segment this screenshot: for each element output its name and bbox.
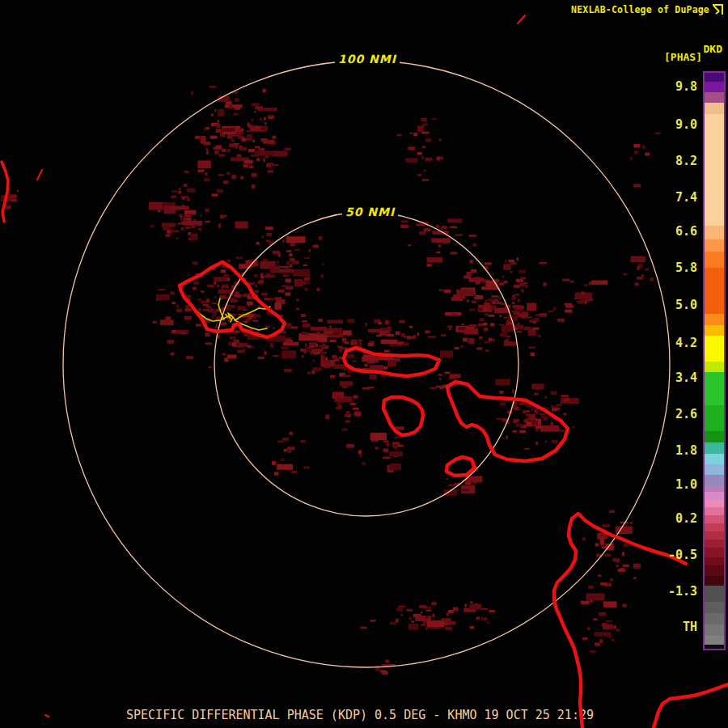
echo-speckle: [264, 298, 270, 300]
echo-speckle: [467, 299, 468, 302]
echo-speckle: [236, 129, 242, 133]
echo-speckle: [427, 257, 443, 263]
echo-speckle: [218, 174, 224, 176]
echo-speckle: [624, 273, 628, 275]
echo-speckle: [484, 303, 490, 306]
echo-speckle: [307, 372, 311, 375]
colorbar-label: 0.2: [641, 511, 697, 526]
echo-speckle: [527, 303, 536, 311]
echo-speckle: [302, 355, 303, 358]
echo-speckle: [517, 331, 522, 332]
echo-speckle: [417, 332, 419, 336]
echo-speckle: [165, 316, 171, 320]
echo-speckle: [227, 354, 237, 358]
echo-speckle: [252, 184, 256, 188]
echo-speckle: [273, 136, 276, 139]
echo-speckle: [383, 449, 389, 452]
echo-speckle: [268, 170, 273, 172]
echo-speckle: [345, 421, 350, 423]
echo-speckle: [222, 149, 226, 152]
echo-speckle: [517, 306, 525, 309]
echo-speckle: [387, 360, 396, 366]
echo-speckle: [526, 405, 532, 407]
echo-speckle: [162, 222, 176, 226]
echo-speckle: [224, 274, 229, 276]
echo-speckle: [506, 435, 508, 439]
echo-speckle: [557, 404, 562, 406]
echo-speckle: [269, 116, 273, 117]
echo-speckle: [305, 344, 307, 348]
echo-speckle: [406, 609, 413, 612]
echo-speckle: [588, 586, 593, 589]
echo-speckle: [282, 438, 289, 441]
echo-speckle: [266, 233, 272, 237]
colorbar-label: 4.2: [641, 336, 697, 350]
echo-speckle: [468, 324, 476, 328]
echo-speckle: [397, 341, 404, 345]
echo-speckle: [260, 126, 268, 130]
echo-speckle: [163, 226, 171, 230]
echo-speckle: [447, 326, 452, 328]
echo-speckle: [417, 125, 423, 132]
echo-speckle: [197, 298, 201, 300]
echo-speckle: [342, 429, 348, 431]
echo-speckle: [284, 369, 292, 372]
echo-speckle: [370, 365, 383, 370]
echo-speckle: [172, 330, 176, 332]
ring-label-50nmi: 50 NMI: [342, 205, 398, 219]
echo-speckle: [539, 262, 547, 264]
echo-speckle: [463, 275, 471, 278]
echo-speckle: [500, 297, 502, 299]
echo-speckle: [218, 335, 221, 339]
echo-speckle: [517, 257, 518, 260]
echo-speckle: [153, 321, 157, 324]
echo-speckle: [511, 297, 516, 300]
echo-speckle: [601, 546, 606, 548]
echo-speckle: [219, 154, 226, 157]
echo-speckle: [313, 245, 319, 248]
echo-speckle: [244, 321, 248, 324]
echo-speckle: [205, 306, 210, 307]
echo-speckle: [325, 358, 328, 361]
echo-speckle: [534, 393, 539, 395]
echo-speckle: [565, 310, 572, 313]
echo-speckle: [5, 205, 11, 210]
echo-speckle: [463, 338, 468, 342]
echo-speckle: [353, 408, 359, 410]
echo-speckle: [274, 472, 279, 475]
echo-speckle: [204, 128, 206, 130]
echo-speckle: [477, 308, 483, 311]
echo-speckle: [303, 324, 311, 328]
echo-speckle: [319, 236, 323, 240]
echo-speckle: [368, 343, 374, 346]
echo-speckle: [600, 582, 607, 586]
echo-speckle: [303, 265, 307, 266]
echo-speckle: [264, 117, 266, 121]
echo-speckle: [514, 285, 520, 288]
echo-speckle: [383, 457, 391, 459]
echo-speckle: [481, 286, 499, 290]
echo-speckle: [590, 600, 593, 603]
echo-speckle: [330, 340, 336, 342]
echo-speckle: [210, 286, 214, 287]
echo-speckle: [283, 266, 289, 269]
echo-speckle: [595, 543, 599, 546]
echo-speckle: [390, 622, 396, 625]
echo-speckle: [205, 172, 207, 176]
echo-speckle: [375, 666, 380, 671]
echo-speckle: [572, 426, 574, 429]
echo-speckle: [479, 336, 482, 339]
echo-speckle: [581, 292, 585, 294]
echo-speckle: [509, 260, 515, 262]
echo-speckle: [637, 267, 639, 270]
echo-speckle: [180, 332, 186, 334]
echo-speckle: [256, 159, 260, 162]
echo-speckle: [277, 261, 279, 264]
echo-speckle: [385, 659, 389, 662]
echo-speckle: [370, 433, 387, 440]
echo-speckle: [235, 345, 243, 348]
echo-speckle: [181, 196, 188, 198]
echo-speckle: [365, 323, 367, 327]
echo-speckle: [551, 422, 553, 425]
echo-speckle: [275, 297, 282, 299]
